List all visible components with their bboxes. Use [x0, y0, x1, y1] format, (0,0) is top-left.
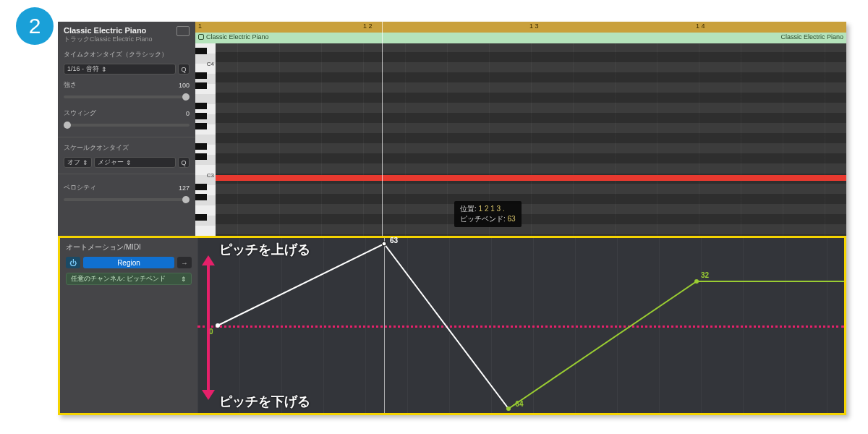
- scaleq-button[interactable]: Q: [178, 157, 190, 168]
- value-tooltip: 位置: 1 2 1 3 . ピッチベンド: 63: [454, 201, 522, 227]
- next-param-button[interactable]: →: [177, 257, 192, 268]
- automation-curve[interactable]: [197, 238, 844, 413]
- bar-ruler[interactable]: 1 1 2 1 3 1 4: [195, 22, 846, 33]
- time-quantize-label: タイムクオンタイズ（クラシック）: [64, 50, 190, 59]
- swing-slider[interactable]: [64, 124, 190, 127]
- bar-marker: 1 4: [696, 22, 705, 30]
- quantize-button[interactable]: Q: [178, 64, 190, 75]
- svg-point-0: [216, 323, 220, 328]
- scaleq-enable-select[interactable]: オフ⇕: [64, 157, 92, 168]
- chevron-updown-icon: ⇕: [126, 159, 132, 166]
- annotation-pitch-up: ピッチを上げる: [219, 241, 310, 258]
- velocity-label: ベロシティ: [64, 183, 96, 192]
- bar-marker: 1: [198, 22, 202, 30]
- automation-power-button[interactable]: ⏻: [66, 257, 80, 268]
- node-value-trough: -64: [513, 400, 523, 408]
- piano-roll-editor: Classic Electric Piano トラックClassic Elect…: [58, 22, 846, 415]
- catch-mode-icon[interactable]: [176, 26, 190, 36]
- swing-value: 0: [186, 110, 190, 117]
- automation-header: オートメーション/MIDI: [66, 242, 192, 252]
- loop-icon: [198, 34, 204, 40]
- divider: [58, 174, 195, 174]
- region-name-left: Classic Electric Piano: [198, 33, 269, 41]
- scaleq-scale-select[interactable]: メジャー⇕: [94, 157, 176, 168]
- strength-label: 強さ: [64, 80, 77, 90]
- strength-slider[interactable]: [64, 95, 190, 98]
- step-badge: 2: [16, 7, 54, 45]
- chevron-updown-icon: ⇕: [101, 66, 107, 73]
- swing-label: スウィング: [64, 109, 96, 118]
- region-header[interactable]: Classic Electric Piano Classic Electric …: [195, 33, 846, 43]
- divider: [58, 137, 195, 137]
- automation-inspector: オートメーション/MIDI ⏻ Region → 任意のチャンネル: ピッチベン…: [60, 238, 197, 413]
- region-title: Classic Electric Piano: [64, 26, 153, 35]
- slider-knob[interactable]: [182, 196, 190, 203]
- note-grid[interactable]: 1 1 2 1 3 1 4 Classic Electric Piano Cla…: [195, 22, 846, 236]
- key-label-c4: C4: [207, 61, 214, 67]
- track-name: トラックClassic Electric Piano: [64, 35, 153, 44]
- quantize-select[interactable]: 1/16 - 音符⇕: [64, 64, 176, 75]
- strength-value: 100: [179, 82, 190, 89]
- pitch-arrow: [203, 255, 213, 400]
- svg-point-2: [506, 407, 511, 411]
- node-value-end: 32: [701, 271, 709, 279]
- automation-lane: オートメーション/MIDI ⏻ Region → 任意のチャンネル: ピッチベン…: [58, 236, 846, 415]
- svg-point-3: [694, 279, 699, 284]
- scale-quantize-label: スケールクオンタイズ: [64, 143, 190, 153]
- key-label-c3: C3: [207, 172, 214, 179]
- pianoroll-pane: Classic Electric Piano トラックClassic Elect…: [58, 22, 846, 236]
- playhead[interactable]: [382, 22, 383, 236]
- slider-knob[interactable]: [64, 122, 71, 129]
- automation-grid[interactable]: 0 63 -64 32 ピッチを上げる ピッチを下げる: [197, 238, 844, 413]
- automation-mode-pill[interactable]: Region: [83, 257, 174, 268]
- region-name-right: Classic Electric Piano: [780, 33, 843, 41]
- velocity-value: 127: [179, 184, 190, 192]
- midi-note[interactable]: [216, 175, 846, 181]
- bar-marker: 1 2: [363, 22, 373, 30]
- svg-point-1: [382, 242, 386, 246]
- chevron-updown-icon: ⇕: [181, 276, 187, 283]
- bar-marker: 1 3: [529, 22, 539, 30]
- node-value-peak: 63: [390, 237, 398, 244]
- midi-param-select[interactable]: 任意のチャンネル: ピッチベンド ⇕: [66, 273, 192, 285]
- region-inspector: Classic Electric Piano トラックClassic Elect…: [58, 22, 195, 236]
- piano-keyboard[interactable]: C4 C3: [195, 43, 216, 236]
- annotation-pitch-down: ピッチを下げる: [219, 393, 310, 410]
- velocity-slider[interactable]: [64, 198, 190, 201]
- chevron-updown-icon: ⇕: [82, 159, 88, 166]
- slider-knob[interactable]: [182, 93, 190, 101]
